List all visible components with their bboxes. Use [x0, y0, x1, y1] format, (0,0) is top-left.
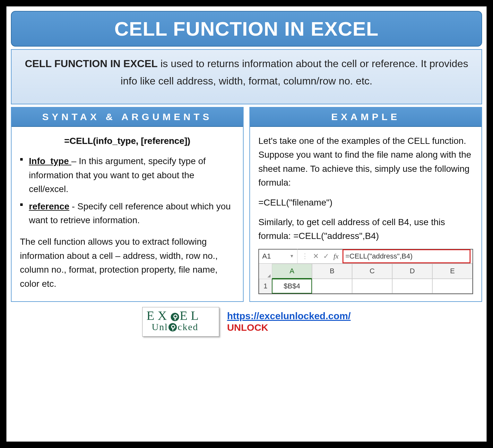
footer-tag: UNLOCK [227, 322, 350, 333]
argument-item: Info_type – In this argument, specify ty… [20, 154, 235, 196]
argument-item: reference - Specify cell reference about… [20, 199, 235, 227]
col-header[interactable]: C [352, 264, 392, 279]
col-header[interactable]: D [392, 264, 432, 279]
site-link[interactable]: https://excelunlocked.com/ [227, 311, 350, 321]
divider-icon: ⋮ [301, 251, 308, 262]
cancel-icon[interactable]: ✕ [313, 251, 319, 262]
example-header: EXAMPLE [250, 108, 481, 127]
excel-unlocked-logo: EXEL Unlcked [142, 307, 219, 337]
argument-name: Info_type [29, 156, 71, 166]
select-all-corner[interactable] [259, 264, 272, 279]
key-icon [171, 313, 179, 321]
page: CELL FUNCTION IN EXCEL CELL FUNCTION IN … [6, 6, 487, 442]
chevron-down-icon[interactable]: ▼ [290, 253, 294, 260]
fx-icon[interactable]: fx [333, 251, 339, 262]
key-icon [169, 323, 177, 331]
argument-name: reference [29, 201, 69, 211]
sheet-grid: A B C D E 1 $B$4 [259, 264, 472, 294]
cell[interactable] [392, 279, 432, 294]
formula-bar: A1 ▼ ⋮ ✕ ✓ fx =CELL("address",B4) [259, 250, 472, 264]
name-box[interactable]: A1 ▼ [259, 249, 298, 264]
argument-list: Info_type – In this argument, specify ty… [20, 154, 235, 227]
title-banner: CELL FUNCTION IN EXCEL [11, 11, 482, 47]
description-box: CELL FUNCTION IN EXCEL is used to return… [11, 49, 482, 104]
formula-bar-input[interactable]: =CELL("address",B4) [342, 249, 471, 263]
footer: EXEL Unlcked https://excelunlocked.com/ … [6, 307, 487, 337]
description-strong: CELL FUNCTION IN EXCEL [25, 58, 158, 69]
cell[interactable] [312, 279, 352, 294]
col-header[interactable]: B [312, 264, 352, 279]
name-box-value: A1 [262, 251, 271, 262]
description-text: is used to returns information about the… [121, 58, 468, 87]
col-header[interactable]: A [272, 264, 312, 279]
cell-a1[interactable]: $B$4 [272, 279, 312, 294]
example-card: EXAMPLE Let's take one of the examples o… [249, 107, 482, 302]
enter-icon[interactable]: ✓ [323, 251, 329, 262]
syntax-header: SYNTAX & ARGUMENTS [12, 108, 243, 127]
row-header[interactable]: 1 [259, 279, 272, 294]
page-title: CELL FUNCTION IN EXCEL [15, 17, 478, 40]
cell[interactable] [432, 279, 472, 294]
example-p1: Let's take one of the examples of the CE… [258, 134, 473, 190]
syntax-note: The cell function allows you to extract … [20, 235, 235, 291]
excel-snippet: A1 ▼ ⋮ ✕ ✓ fx =CELL("address",B4) [258, 249, 473, 294]
example-p2: =CELL("filename") [258, 196, 473, 209]
col-header[interactable]: E [432, 264, 472, 279]
example-p3: Similarly, to get cell address of cell B… [258, 215, 473, 243]
syntax-formula: =CELL(info_type, [reference]) [20, 134, 235, 148]
cell[interactable] [352, 279, 392, 294]
syntax-card: SYNTAX & ARGUMENTS =CELL(info_type, [ref… [11, 107, 244, 302]
